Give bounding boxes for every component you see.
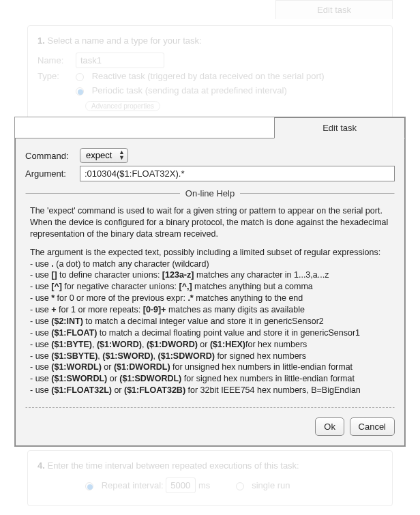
name-label: Name: xyxy=(38,55,76,65)
step4-num: 4. xyxy=(38,460,45,471)
help-text: The 'expect' command is used to wait for… xyxy=(30,205,390,396)
radio-repeat-interval xyxy=(85,482,93,490)
help-p1: The 'expect' command is used to wait for… xyxy=(30,205,390,240)
cancel-button[interactable]: Cancel xyxy=(350,417,395,436)
repeat-interval-label: Repeat interval: xyxy=(102,480,164,490)
background-step4: 4. Enter the time interval between repea… xyxy=(0,450,420,515)
online-help-fieldset: On-line Help The 'expect' command is use… xyxy=(25,188,395,408)
tab-edit-task[interactable]: Edit task xyxy=(274,117,405,138)
radio-reactive-label: Reactive task (triggered by data receive… xyxy=(92,71,325,81)
bg-tab-edit-task: Edit task xyxy=(275,0,393,19)
step4-title: Enter the time interval between repeated… xyxy=(47,460,299,471)
single-run-label: single run xyxy=(252,480,290,490)
help-p2: The argument is the expected text, possi… xyxy=(30,247,390,259)
online-help-legend: On-line Help xyxy=(180,188,240,198)
name-input: task1 xyxy=(76,53,164,68)
command-select[interactable]: expect xyxy=(80,148,128,163)
repeat-interval-unit: ms xyxy=(198,480,210,490)
step1-num: 1. xyxy=(38,35,45,46)
type-label: Type: xyxy=(38,71,76,81)
background-wizard: Edit task 1. Select a name and a type fo… xyxy=(0,0,420,124)
command-label: Command: xyxy=(25,151,80,161)
advanced-properties-link: Advanced properties xyxy=(85,101,160,111)
repeat-interval-input: 5000 xyxy=(166,477,196,493)
step1-fieldset: 1. Select a name and a type for your tas… xyxy=(27,25,393,124)
edit-task-modal: Edit task Command: expect ▲▼ Argument: O… xyxy=(15,117,405,446)
ok-button[interactable]: Ok xyxy=(315,417,344,436)
radio-periodic xyxy=(76,87,84,95)
radio-reactive xyxy=(76,73,84,81)
radio-periodic-label: Periodic task (sending data at predefine… xyxy=(92,85,287,95)
argument-input[interactable] xyxy=(80,166,395,181)
radio-single-run xyxy=(236,482,244,490)
step1-title: Select a name and a type for your task: xyxy=(47,35,201,46)
argument-label: Argument: xyxy=(25,168,80,179)
